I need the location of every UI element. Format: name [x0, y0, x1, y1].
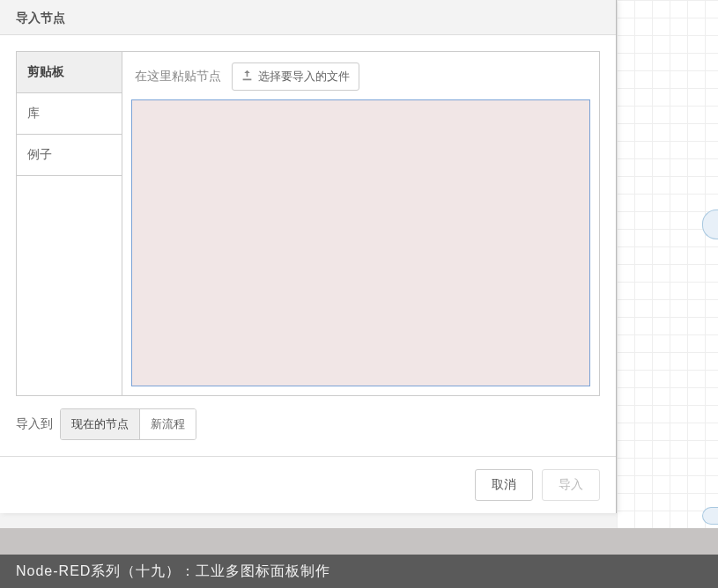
dest-current-flow[interactable]: 现在的节点: [61, 409, 140, 439]
background-strip: [0, 528, 718, 555]
dialog-body: 剪贴板 库 例子 在这里粘贴节点 选择要导入的文件: [0, 35, 616, 456]
tab-examples[interactable]: 例子: [17, 135, 122, 176]
import-panel: 剪贴板 库 例子 在这里粘贴节点 选择要导入的文件: [16, 51, 600, 396]
destination-toggle: 现在的节点 新流程: [60, 408, 196, 440]
dest-new-flow[interactable]: 新流程: [140, 409, 196, 439]
paste-textarea[interactable]: [131, 99, 590, 386]
sidebar-spacer: [17, 176, 122, 379]
import-toolbar: 在这里粘贴节点 选择要导入的文件: [131, 61, 590, 92]
import-source-tabs: 剪贴板 库 例子: [17, 52, 122, 395]
cancel-button[interactable]: 取消: [475, 469, 533, 501]
upload-icon: [241, 70, 253, 84]
import-button[interactable]: 导入: [542, 469, 600, 501]
import-destination-row: 导入到 现在的节点 新流程: [16, 408, 600, 440]
dialog-footer: 取消 导入: [0, 456, 616, 513]
background-node-shape: [702, 507, 718, 525]
import-main: 在这里粘贴节点 选择要导入的文件: [122, 52, 599, 395]
select-file-label: 选择要导入的文件: [258, 69, 350, 85]
video-caption-bar: Node-RED系列（十九）：工业多图标面板制作: [0, 555, 718, 588]
dialog-title: 导入节点: [0, 0, 616, 35]
import-dialog: 导入节点 剪贴板 库 例子 在这里粘贴节点 选择要导入的文件: [0, 0, 617, 513]
import-destination-label: 导入到: [16, 416, 53, 432]
paste-hint-label: 在这里粘贴节点: [135, 69, 221, 85]
canvas-grid: [617, 0, 718, 528]
tab-clipboard[interactable]: 剪贴板: [17, 52, 122, 93]
tab-library[interactable]: 库: [17, 93, 122, 135]
select-file-button[interactable]: 选择要导入的文件: [232, 62, 359, 91]
